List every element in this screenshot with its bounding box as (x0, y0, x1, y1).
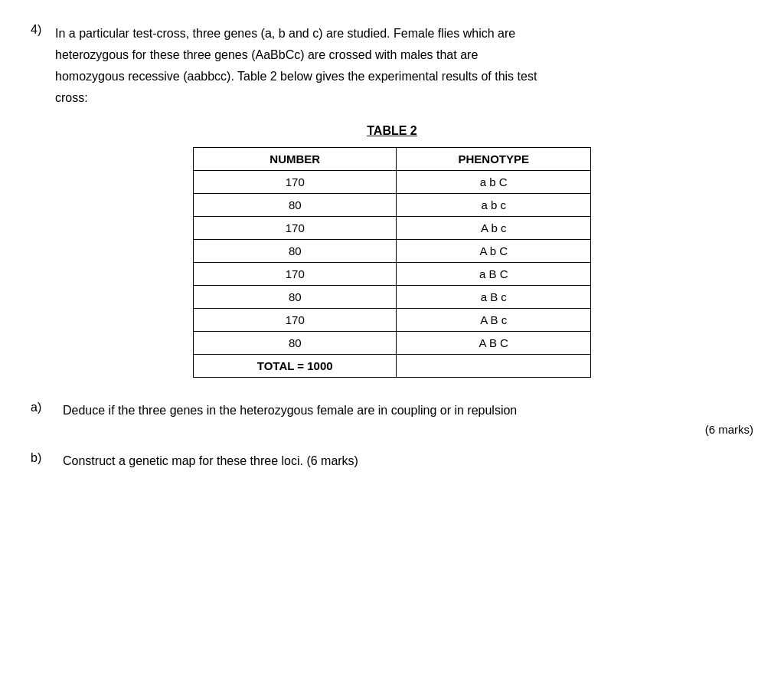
sub-questions: a) Deduce if the three genes in the hete… (31, 401, 753, 470)
cell-phenotype: a b C (397, 171, 591, 194)
cell-number: 80 (194, 286, 397, 309)
question-line-3: homozygous recessive (aabbcc). Table 2 b… (55, 66, 753, 87)
cell-number: 80 (194, 332, 397, 355)
cell-phenotype: a B c (397, 286, 591, 309)
table-row: 170A b c (194, 217, 591, 240)
cell-number: 80 (194, 194, 397, 217)
sub-label-b: b) (31, 451, 54, 465)
cell-number: 170 (194, 309, 397, 332)
cell-phenotype: A b c (397, 217, 591, 240)
total-cell: TOTAL = 1000 (194, 355, 397, 378)
cell-number: 170 (194, 263, 397, 286)
question-number: 4) (31, 23, 49, 109)
cell-number: 170 (194, 171, 397, 194)
cell-phenotype: a B C (397, 263, 591, 286)
table-title: TABLE 2 (367, 124, 416, 138)
total-row: TOTAL = 1000 (194, 355, 591, 378)
cell-phenotype: A b C (397, 240, 591, 263)
question-line-2: heterozygous for these three genes (AaBb… (55, 44, 753, 66)
table-row: 170A B c (194, 309, 591, 332)
sub-question-a: a) Deduce if the three genes in the hete… (31, 401, 753, 439)
sub-question-b: b) Construct a genetic map for these thr… (31, 451, 753, 471)
question-header: 4) In a particular test-cross, three gen… (31, 23, 753, 109)
col-header-number: NUMBER (194, 148, 397, 171)
sub-label-a: a) (31, 401, 54, 414)
question-block: 4) In a particular test-cross, three gen… (31, 23, 753, 470)
cell-phenotype: A B C (397, 332, 591, 355)
sub-a-marks: (6 marks) (63, 421, 753, 439)
table-section: TABLE 2 NUMBER PHENOTYPE 170a b C80a b c… (31, 124, 753, 378)
data-table: NUMBER PHENOTYPE 170a b C80a b c170A b c… (193, 147, 591, 378)
sub-a-text: Deduce if the three genes in the heteroz… (63, 401, 753, 421)
cell-phenotype: a b c (397, 194, 591, 217)
table-header-row: NUMBER PHENOTYPE (194, 148, 591, 171)
question-line-1: In a particular test-cross, three genes … (55, 23, 753, 44)
table-row: 170a B C (194, 263, 591, 286)
table-row: 80A B C (194, 332, 591, 355)
sub-text-a: Deduce if the three genes in the heteroz… (63, 401, 753, 439)
cell-phenotype: A B c (397, 309, 591, 332)
col-header-phenotype: PHENOTYPE (397, 148, 591, 171)
table-row: 80a b c (194, 194, 591, 217)
table-row: 80a B c (194, 286, 591, 309)
cell-number: 80 (194, 240, 397, 263)
sub-text-b: Construct a genetic map for these three … (63, 451, 753, 471)
question-line-4: cross: (55, 87, 753, 109)
table-row: 170a b C (194, 171, 591, 194)
cell-number: 170 (194, 217, 397, 240)
total-phenotype-cell (397, 355, 591, 378)
table-row: 80A b C (194, 240, 591, 263)
question-text-block: In a particular test-cross, three genes … (55, 23, 753, 109)
